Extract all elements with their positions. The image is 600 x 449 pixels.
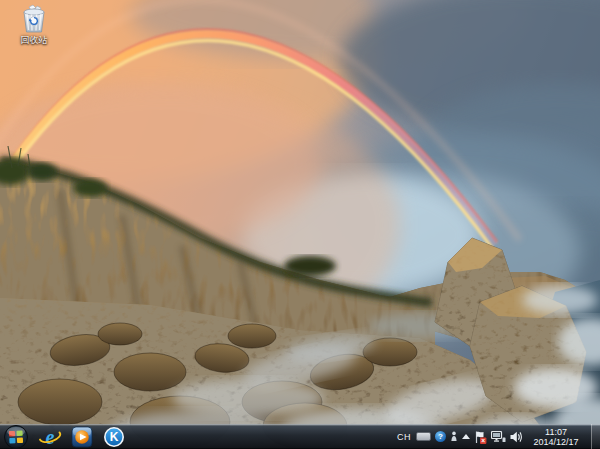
clock[interactable]: 11:07 2014/12/17 [527,427,585,447]
taskbar-app-k-player[interactable]: K [99,424,128,449]
recycle-bin-glyph [18,4,50,34]
recycle-bin-label: 回收站 [21,35,48,46]
help-icon[interactable]: ? [435,431,446,442]
svg-text:K: K [109,430,118,444]
tray-app-icon[interactable] [450,431,458,442]
input-method-keyboard-icon[interactable] [416,432,431,441]
recycle-bin-icon[interactable]: 回收站 [5,4,63,46]
taskbar-app-internet-explorer[interactable]: e [35,424,64,449]
desktop: 回收站 [0,0,600,449]
network-icon[interactable] [491,431,506,443]
k-player-icon: K [103,426,125,448]
show-hidden-icons-button[interactable] [462,434,470,439]
windows-logo-icon [3,424,29,449]
taskbar-app-windows-media-player[interactable] [67,424,96,449]
wallpaper [0,0,600,449]
clock-time: 11:07 [528,427,584,437]
taskbar: e [0,424,600,449]
svg-text:×: × [481,436,485,443]
chevron-up-icon [462,434,470,439]
system-tray: CH ? × [396,424,600,449]
internet-explorer-icon: e [38,426,62,448]
windows-media-player-icon [71,426,93,448]
svg-text:e: e [45,426,54,448]
start-button[interactable] [0,424,32,449]
clock-date: 2014/12/17 [528,437,584,447]
language-indicator[interactable]: CH [396,432,412,442]
volume-icon[interactable] [510,431,523,443]
action-center-flag-icon[interactable]: × [474,430,487,444]
pinned-apps: e [35,424,128,449]
show-desktop-button[interactable] [591,424,600,449]
